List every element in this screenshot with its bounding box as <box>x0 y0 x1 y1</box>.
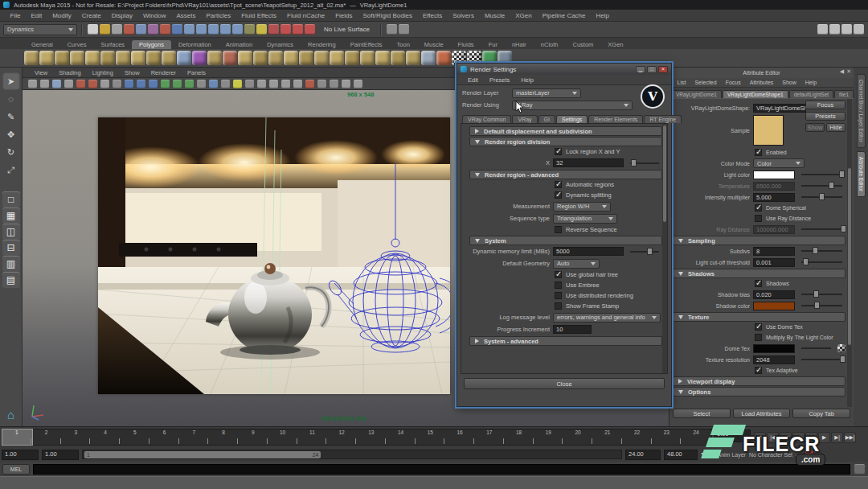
shelf-tab[interactable]: Deformation <box>171 40 219 49</box>
texture-resolution-slider[interactable] <box>801 359 842 360</box>
light-color-swatch[interactable] <box>753 171 795 179</box>
menu-item[interactable]: Fluid nCache <box>282 12 330 19</box>
dialog-menu-item[interactable]: Edit <box>462 76 484 84</box>
panel-header-icon[interactable]: ✕ <box>846 68 851 75</box>
viewport-toolbar-icon[interactable] <box>161 80 170 88</box>
tool-button[interactable]: ⤢ <box>2 161 20 179</box>
menu-item[interactable]: Pipeline Cache <box>537 12 591 19</box>
render-settings-tab[interactable]: GI <box>538 115 555 123</box>
status-icon[interactable] <box>208 24 219 35</box>
frame-tick[interactable]: 4 <box>91 429 121 445</box>
menu-item[interactable]: Muscle <box>479 12 510 19</box>
shelf-icon[interactable] <box>131 51 145 65</box>
status-icon[interactable] <box>268 24 279 35</box>
menu-item[interactable]: File <box>5 12 26 19</box>
frame-tick[interactable]: 22 <box>623 429 653 445</box>
shelf-icon[interactable] <box>299 51 313 65</box>
viewport-toolbar-icon[interactable] <box>40 80 49 88</box>
shadow-color-swatch[interactable] <box>753 302 795 310</box>
shelf-icon[interactable] <box>70 51 84 65</box>
command-input[interactable] <box>33 464 850 475</box>
shelf-icon[interactable] <box>24 51 39 65</box>
menu-item[interactable]: Create <box>76 12 106 19</box>
shadows-checkbox[interactable] <box>755 280 762 287</box>
viewport-toolbar-icon[interactable] <box>113 80 121 88</box>
status-icon[interactable] <box>136 24 146 35</box>
layout-button[interactable]: ◫ <box>2 224 20 240</box>
shelf-icon[interactable] <box>314 51 329 65</box>
dome-tex-swatch[interactable] <box>753 344 795 353</box>
progress-increment-field[interactable]: 10 <box>553 325 592 334</box>
auto-keyframe-toggle[interactable]: — <box>796 452 801 458</box>
dialog-menu-item[interactable]: Presets <box>484 76 515 84</box>
viewport-toolbar-icon[interactable] <box>28 80 37 88</box>
shelf-tab[interactable]: nCloth <box>534 40 566 49</box>
distributed-rendering-checkbox[interactable] <box>555 292 562 299</box>
ae-menu-item[interactable]: Focus <box>721 80 745 85</box>
frame-tick[interactable]: 3 <box>62 429 92 445</box>
shelf-tab[interactable]: Toon <box>390 40 417 49</box>
shelf-icon[interactable] <box>345 51 359 65</box>
viewport-menu-item[interactable]: Lighting <box>87 69 119 76</box>
shelf-tab[interactable]: Animation <box>219 40 260 49</box>
shelf-icon[interactable] <box>100 51 115 65</box>
playback-end-field[interactable]: 24.00 <box>625 450 661 460</box>
intensity-multiplier-slider[interactable] <box>801 196 842 198</box>
status-icon[interactable] <box>220 24 231 35</box>
playback-button[interactable]: ▶ <box>818 432 830 443</box>
status-icon[interactable] <box>256 24 267 35</box>
shelf-icon[interactable] <box>253 51 268 65</box>
menu-item[interactable]: Fields <box>330 12 358 19</box>
frame-tick[interactable]: 2 <box>32 429 62 445</box>
status-icon[interactable] <box>124 24 134 35</box>
section-options[interactable]: Options <box>673 387 845 397</box>
automatic-regions-checkbox[interactable] <box>555 181 562 188</box>
frame-tick[interactable]: 19 <box>534 429 564 445</box>
ae-node-tab[interactable]: file1 <box>834 90 854 98</box>
viewport-menu-item[interactable]: Panels <box>182 69 211 76</box>
viewport-toolbar-icon[interactable] <box>100 80 109 88</box>
frame-tick[interactable]: 7 <box>180 429 210 445</box>
close-button[interactable]: Close <box>464 378 665 389</box>
log-message-level-dropdown[interactable]: errors, warnings and general info <box>553 313 661 323</box>
shelf-icon[interactable] <box>391 51 405 65</box>
focus-button[interactable]: Focus <box>805 101 845 109</box>
shelf-tab[interactable]: nHair <box>505 40 534 49</box>
shelf-tab[interactable]: Dynamics <box>260 40 301 49</box>
section-sampling[interactable]: Sampling <box>673 236 845 245</box>
playback-button[interactable]: ▶▶| <box>844 432 856 443</box>
viewport-toolbar-icon[interactable] <box>209 80 218 88</box>
menu-item[interactable]: Modify <box>47 12 77 19</box>
status-icon[interactable] <box>88 24 98 35</box>
frame-tick[interactable]: 8 <box>209 429 239 445</box>
x-field[interactable]: 32 <box>553 158 624 167</box>
use-ray-distance-checkbox[interactable] <box>755 215 762 222</box>
panel-header-icon[interactable]: ◀ <box>840 68 844 75</box>
frame-tick[interactable]: 14 <box>387 429 416 445</box>
status-icon[interactable] <box>172 24 182 35</box>
playback-button[interactable]: ◀ <box>792 432 805 443</box>
viewport-menu-item[interactable]: Renderer <box>145 69 182 76</box>
frame-tick[interactable]: 15 <box>416 429 446 445</box>
viewport-toolbar-icon[interactable] <box>185 80 194 88</box>
status-icon[interactable] <box>244 24 255 35</box>
menu-item[interactable]: Solvers <box>448 12 480 19</box>
render-settings-tab[interactable]: Settings <box>556 115 588 123</box>
subdivs-field[interactable]: 8 <box>753 247 795 256</box>
section-viewport-display[interactable]: Viewport display <box>673 376 845 386</box>
layout-button[interactable]: ⊟ <box>2 240 20 256</box>
viewport-menu-item[interactable]: View <box>29 69 53 76</box>
maya-home-button[interactable]: ⌂ <box>2 405 20 423</box>
viewport-toolbar-icon[interactable] <box>137 80 145 88</box>
viewport-menu-item[interactable]: Show <box>119 69 145 76</box>
shelf-tab[interactable]: General <box>24 40 60 49</box>
window-control-button[interactable]: ▁ <box>636 66 645 73</box>
shelf-tab[interactable]: Surfaces <box>93 40 132 49</box>
shadow-bias-slider[interactable] <box>801 294 842 295</box>
playback-button[interactable]: ▶| <box>831 432 843 443</box>
texture-map-button[interactable] <box>837 344 845 352</box>
dynamic-splitting-checkbox[interactable] <box>555 191 562 199</box>
ae-node-tab[interactable]: defaultLightSet <box>789 90 833 98</box>
viewport-toolbar-icon[interactable] <box>64 80 73 88</box>
frame-stamp-checkbox[interactable] <box>555 302 562 310</box>
